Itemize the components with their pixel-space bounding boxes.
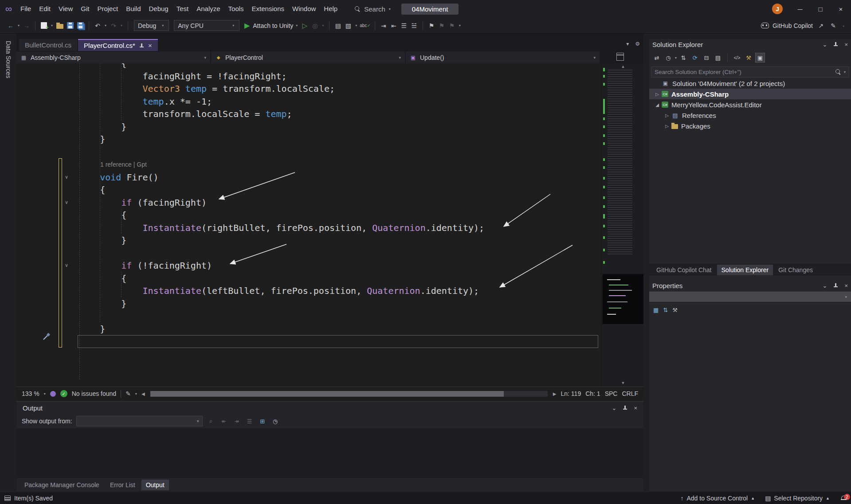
find-message-icon[interactable]: ⌕ (207, 418, 216, 425)
switch-views-icon[interactable]: ⇅ (678, 53, 688, 63)
property-pages-icon[interactable]: ⚒ (672, 307, 678, 313)
categorized-icon[interactable]: ▦ (653, 307, 659, 313)
code-line[interactable]: { (78, 184, 600, 196)
close-button[interactable]: × (831, 0, 851, 18)
line-unindent-icon[interactable]: ⇤ (389, 20, 398, 31)
close-icon[interactable]: × (844, 41, 848, 48)
code-line[interactable]: } (78, 323, 600, 336)
comment-icon[interactable]: ☰ (400, 20, 408, 31)
new-project-dropdown-icon[interactable]: ▾ (50, 23, 54, 27)
data-sources-tab[interactable]: Data Sources (5, 41, 12, 78)
timestamp-icon[interactable]: ◷ (271, 418, 280, 425)
menu-file[interactable]: File (16, 0, 35, 18)
output-content[interactable] (16, 428, 643, 478)
profiler-icon[interactable]: ◎ (310, 20, 319, 31)
code-line[interactable]: transform.localScale = temp; (78, 108, 600, 121)
minimap-scrollbar[interactable]: ▲ ▼ (603, 63, 643, 387)
menu-help[interactable]: Help (320, 0, 341, 18)
split-window-icon[interactable] (616, 53, 624, 61)
code-line[interactable] (78, 373, 600, 386)
spell-check-icon[interactable]: abc✓ (360, 20, 371, 31)
intellisense-status-icon[interactable] (50, 391, 56, 397)
line-indent-icon[interactable]: ⇥ (379, 20, 388, 31)
undo-icon[interactable]: ↶ (93, 20, 102, 31)
quick-actions-icon[interactable] (42, 332, 51, 341)
start-without-debug-icon[interactable]: ▷ (300, 20, 309, 31)
tab-output[interactable]: Output (141, 480, 169, 490)
next-bookmark-icon[interactable]: ⚑ (447, 20, 456, 31)
menu-view[interactable]: View (55, 0, 77, 18)
code-line[interactable] (78, 360, 600, 373)
github-copilot-icon[interactable] (761, 23, 769, 28)
window-position-chevron-icon[interactable]: ⌄ (823, 41, 827, 48)
view-code-icon[interactable]: </> (732, 53, 742, 63)
notifications-bell-icon[interactable]: 2 (841, 496, 847, 501)
breadcrumb-playercontrol[interactable]: ◆PlayerControl▾ (211, 51, 406, 63)
tab-playercontrol-cs[interactable]: PlayerControl.cs*× (78, 39, 158, 51)
code-line[interactable]: } (78, 133, 600, 146)
solution-search-box[interactable]: ▾ (651, 66, 849, 78)
scroll-right-icon[interactable]: ▶ (553, 391, 557, 396)
chevron-collapsed-icon[interactable]: ▷ (653, 92, 662, 97)
fold-chevron-icon[interactable]: ∨ (63, 262, 70, 269)
menu-test[interactable]: Test (173, 0, 193, 18)
navigate-forward-icon[interactable]: → (22, 20, 31, 31)
menu-project[interactable]: Project (93, 0, 122, 18)
zoom-level[interactable]: 133 % (22, 390, 39, 397)
line-ending-indicator[interactable]: CRLF (622, 390, 638, 397)
menu-extensions[interactable]: Extensions (248, 0, 288, 18)
code-line[interactable]: facingRight = !facingRight; (78, 70, 600, 83)
pending-changes-filter-icon[interactable]: ◷ (663, 53, 673, 63)
close-icon[interactable]: × (148, 42, 152, 49)
chevron-expanded-icon[interactable]: ◢ (653, 102, 662, 107)
copilot-status-icon[interactable]: ✎ (829, 20, 838, 31)
code-cleanup-dropdown-icon[interactable]: ▾ (135, 392, 137, 396)
profiler-dropdown-icon[interactable]: ▾ (321, 23, 325, 27)
open-folder-icon[interactable] (55, 20, 64, 31)
code-line[interactable]: } (78, 121, 600, 133)
toolbar-overflow-icon[interactable]: ⌄ (841, 23, 846, 27)
pin-icon[interactable] (139, 43, 144, 48)
bookmark-dropdown-icon[interactable]: ▾ (458, 23, 462, 27)
close-icon[interactable]: × (844, 282, 848, 289)
document-list-chevron-icon[interactable]: ▾ (626, 41, 629, 47)
tab-settings-gear-icon[interactable]: ⚙ (635, 41, 640, 47)
code-line[interactable]: temp.x *= -1; (78, 95, 600, 108)
chevron-collapsed-icon[interactable]: ▷ (663, 124, 671, 129)
window-position-chevron-icon[interactable]: ⌄ (612, 405, 617, 411)
code-line[interactable]: if (facingRight) (78, 196, 600, 209)
select-repository-caret-icon[interactable]: ▲ (826, 496, 830, 500)
code-line[interactable]: void Fire() (78, 171, 600, 184)
pin-icon[interactable] (833, 42, 838, 47)
code-line[interactable]: { (78, 272, 600, 285)
zoom-dropdown-icon[interactable]: ▾ (44, 392, 46, 396)
go-to-next-message-icon[interactable]: ↠ (232, 418, 241, 425)
menu-git[interactable]: Git (77, 0, 93, 18)
code-line[interactable]: } (78, 234, 600, 247)
add-to-source-control-button[interactable]: Add to Source Control (686, 495, 748, 502)
toggle-word-wrap-icon[interactable]: ⊞ (258, 418, 267, 425)
redo-icon[interactable]: ↷ (109, 20, 118, 31)
breadcrumb-update[interactable]: ▣Update()▾ (406, 51, 600, 63)
code-line[interactable]: } (78, 297, 600, 310)
fold-chevron-icon[interactable]: ∨ (63, 174, 70, 181)
search-box[interactable]: Search ▾ (355, 5, 391, 13)
solution-platform-combo[interactable]: Any CPU▾ (174, 20, 239, 31)
uncomment-icon[interactable]: ☱ (410, 20, 419, 31)
code-line[interactable]: Instantiate(leftBullet, firePos.position… (78, 285, 600, 297)
spaces-indicator[interactable]: SPC (605, 390, 618, 397)
copilot-label[interactable]: GitHub Copilot (773, 22, 813, 29)
menu-tools[interactable]: Tools (224, 0, 248, 18)
navigate-back-dropdown-icon[interactable]: ▾ (16, 23, 21, 27)
breadcrumb-assembly-csharp[interactable]: ▦Assembly-CSharp▾ (16, 51, 211, 63)
preview-selected-items-icon[interactable]: ▣ (755, 53, 765, 63)
menu-build[interactable]: Build (122, 0, 145, 18)
horizontal-scrollbar-thumb[interactable] (150, 391, 504, 397)
file-nesting-icon[interactable]: ▤ (713, 53, 723, 63)
menu-edit[interactable]: Edit (35, 0, 55, 18)
minimap-viewport[interactable] (603, 274, 643, 324)
scroll-down-icon[interactable]: ▼ (603, 381, 643, 385)
notification-count-badge[interactable]: 2 (844, 494, 850, 500)
code-line[interactable]: Instantiate(rightBullet, firePos.positio… (78, 222, 600, 234)
redo-dropdown-icon[interactable]: ▾ (119, 23, 124, 27)
